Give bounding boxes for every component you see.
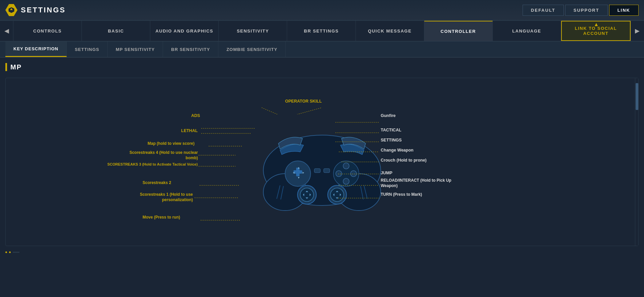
- header: SETTINGS DEFAULT SUPPORT LINK: [0, 0, 644, 21]
- scorestreaks1-line: [195, 186, 247, 203]
- label-gunfire: Gunfire: [381, 113, 395, 118]
- turn-line: [338, 191, 382, 203]
- bottom-dot1: [5, 251, 7, 253]
- label-tactical: TACTICAL: [381, 128, 401, 132]
- diagram-container: ADS LETHAL Map (hold to view score) Scor…: [87, 85, 557, 239]
- svg-line-43: [262, 108, 285, 114]
- main-content: MP: [0, 58, 644, 297]
- nav-arrow-right[interactable]: ▶: [631, 21, 644, 41]
- app-title: SETTINGS: [21, 6, 66, 14]
- operator-skill-line: [262, 98, 329, 114]
- label-change-weapon: Change Weapon: [381, 148, 414, 153]
- label-lethal: LETHAL: [181, 128, 198, 133]
- tab-br-settings[interactable]: BR SETTINGS: [287, 21, 356, 41]
- label-settings-right: SETTINGS: [381, 138, 402, 142]
- logo-icon: [5, 4, 17, 16]
- crouch-line: [341, 151, 382, 166]
- sub-tabs: KEY DESCRIPTION SETTINGS MP SENSITIVITY …: [0, 42, 644, 58]
- label-crouch: Crouch (Hold to prone): [381, 158, 427, 163]
- tab-controls[interactable]: CONTROLS: [13, 21, 82, 41]
- svg-rect-17: [314, 169, 320, 173]
- tab-audio-graphics[interactable]: AUDIO AND GRAPHICS: [150, 21, 219, 41]
- tab-quick-message[interactable]: QUICK MESSAGE: [356, 21, 424, 41]
- scorestreaks3-line: [199, 158, 244, 170]
- reload-line: [339, 179, 382, 190]
- bottom-bar: [13, 252, 19, 253]
- jump-line: [338, 165, 382, 179]
- tab-basic[interactable]: BASIC: [82, 21, 150, 41]
- label-reload: RELOAD/INTERACT (Hold to Pick Up Weapon): [381, 178, 454, 188]
- bottom-dot2: [9, 251, 11, 253]
- sub-tab-settings[interactable]: SETTINGS: [67, 42, 108, 57]
- scrollbar-thumb: [636, 83, 638, 110]
- label-map: Map (hold to view score): [148, 141, 195, 146]
- sub-tab-key-description[interactable]: KEY DESCRIPTION: [5, 42, 67, 57]
- scrollbar[interactable]: [635, 78, 638, 246]
- section-bar: [5, 63, 7, 71]
- label-jump: JUMP: [381, 171, 392, 175]
- link-button[interactable]: LINK: [609, 5, 639, 16]
- label-ads: ADS: [191, 113, 200, 118]
- tab-link-social[interactable]: LINK TO SOCIAL ACCOUNT ▲: [561, 21, 631, 41]
- label-turn: TURN (Press to Mark): [381, 192, 422, 197]
- svg-point-20: [300, 188, 314, 201]
- default-button[interactable]: DEFAULT: [523, 5, 564, 16]
- svg-rect-7: [296, 168, 300, 176]
- app-logo: SETTINGS: [5, 4, 66, 16]
- label-scorestreaks2: Scorestreaks 2: [143, 180, 171, 185]
- nav-tabs: ◀ CONTROLS BASIC AUDIO AND GRAPHICS SENS…: [0, 21, 644, 42]
- label-scorestreaks3: SCORESTREAKS 3 (Hold to Activate Tactica…: [107, 162, 198, 167]
- sub-tab-br-sensitivity[interactable]: BR SENSITIVITY: [163, 42, 218, 57]
- section-title: MP: [5, 63, 639, 71]
- tab-sensitivity[interactable]: SENSITIVITY: [219, 21, 287, 41]
- header-buttons: DEFAULT SUPPORT LINK: [523, 5, 639, 16]
- label-scorestreaks4: Scorestreaks 4 (Hold to use nuclear bomb…: [121, 150, 198, 161]
- support-button[interactable]: SUPPORT: [565, 5, 608, 16]
- controller-diagram: ADS LETHAL Map (hold to view score) Scor…: [5, 78, 639, 246]
- nav-arrow-left[interactable]: ◀: [0, 21, 13, 41]
- scorestreaks4-line: [199, 145, 244, 159]
- svg-line-44: [285, 108, 322, 114]
- tab-language[interactable]: LANGUAGE: [493, 21, 561, 41]
- bottom-section: [5, 251, 639, 253]
- svg-rect-18: [324, 169, 330, 173]
- sub-tab-mp-sensitivity[interactable]: MP SENSITIVITY: [108, 42, 163, 57]
- sub-tab-zombie-sensitivity[interactable]: ZOMBIE SENSITIVITY: [218, 42, 286, 57]
- move-line: [201, 206, 248, 223]
- label-move: Move (Press to run): [143, 215, 180, 220]
- label-scorestreaks1: Scorestreaks 1 (Hold to use personalizat…: [119, 192, 193, 202]
- tab-controller[interactable]: CONTROLLER: [424, 21, 493, 41]
